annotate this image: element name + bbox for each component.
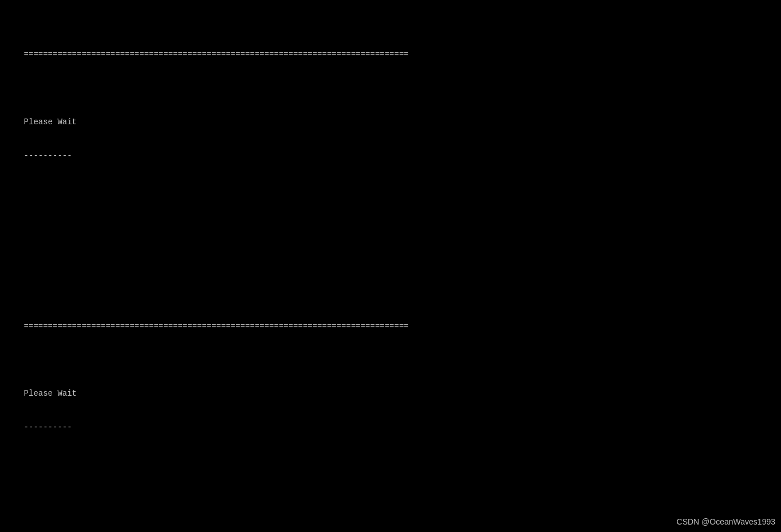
section-1: ========================================…	[5, 38, 776, 263]
separator-2: ========================================…	[24, 322, 409, 331]
please-wait-2: Please Wait	[24, 389, 77, 398]
dashes-1: ----------	[24, 151, 72, 160]
section-2: ========================================…	[5, 310, 776, 532]
separator-1: ========================================…	[24, 50, 409, 59]
watermark-text: CSDN @OceanWaves1993	[677, 517, 775, 526]
dashes-2: ----------	[24, 423, 72, 432]
terminal-output: ========================================…	[5, 5, 776, 532]
please-wait-1: Please Wait	[24, 117, 77, 127]
